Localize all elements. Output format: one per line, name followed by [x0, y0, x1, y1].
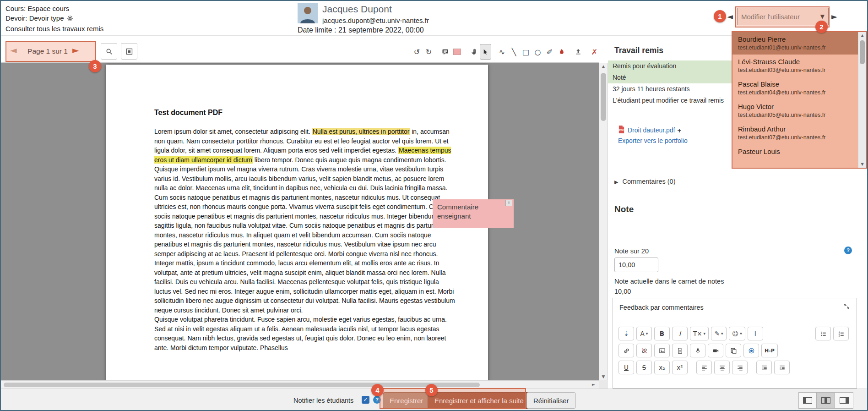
- save-and-show-next-button[interactable]: Enregistrer et afficher la suite: [428, 392, 531, 409]
- align-center-icon[interactable]: [714, 361, 730, 374]
- media-icon[interactable]: [672, 344, 688, 357]
- notify-students-checkbox[interactable]: ✓: [362, 396, 369, 404]
- scrollbar-thumb[interactable]: [860, 40, 865, 64]
- emoji-picker-icon[interactable]: ☺▾: [729, 327, 745, 340]
- option-student-name: Hugo Victor: [738, 102, 852, 111]
- outdent-icon[interactable]: [756, 361, 772, 374]
- teacher-comment-annotation[interactable]: Commentaire enseignant: [433, 199, 514, 228]
- expand-comments-button[interactable]: [121, 43, 137, 60]
- delete-annotation-icon[interactable]: ✗: [589, 44, 600, 60]
- step-badge-1: 1: [714, 10, 726, 22]
- grade-help-icon[interactable]: ?: [844, 247, 852, 254]
- scroll-right-icon[interactable]: ►: [592, 382, 595, 387]
- next-page-icon[interactable]: ►: [72, 45, 79, 55]
- step-badge-5: 5: [425, 384, 438, 396]
- notify-help-icon[interactable]: ?: [373, 396, 381, 404]
- h5p-icon[interactable]: H-P: [761, 344, 778, 357]
- oval-tool-icon[interactable]: ○: [532, 44, 543, 60]
- user-dropdown-option[interactable]: Hugo Victortest.etudiant05@etu.univ-nant…: [732, 99, 858, 122]
- editor-toolbar: ⇣A▾BIT×▾✎▾☺▾I123H-PUSx₂x²: [618, 327, 851, 378]
- user-dropdown-option[interactable]: Bourdieu Pierretest.etudiant01@etu.univ-…: [732, 32, 858, 55]
- user-dropdown-option[interactable]: Pascal Blaisetest.etudiant04@etu.univ-na…: [732, 77, 858, 99]
- select-tool-icon[interactable]: [480, 44, 491, 60]
- stamp-tool-icon[interactable]: [572, 44, 584, 60]
- reset-button[interactable]: Réinitialiser: [526, 392, 576, 409]
- scroll-down-icon[interactable]: ▼: [599, 374, 608, 379]
- special-character-icon[interactable]: I: [748, 327, 763, 340]
- previous-page-icon[interactable]: ◄: [10, 45, 17, 55]
- expand-editor-icon[interactable]: [843, 303, 850, 312]
- dropdown-scrollbar[interactable]: ▲ ▼: [858, 32, 866, 168]
- underline-icon[interactable]: U: [618, 361, 634, 374]
- record-audio-icon[interactable]: [690, 344, 705, 357]
- user-dropdown-option[interactable]: Rimbaud Arthurtest.etudiant07@etu.univ-n…: [732, 122, 858, 144]
- bullet-list-icon[interactable]: [815, 327, 831, 340]
- document-vertical-scrollbar[interactable]: ▲ ▼: [599, 63, 608, 380]
- feedback-label: Feedback par commentaires: [619, 304, 704, 311]
- course-link[interactable]: Cours: Espace cours: [5, 4, 103, 13]
- recordrtc-icon[interactable]: [743, 344, 759, 357]
- submission-file-link[interactable]: Droit dauteur.pdf: [628, 126, 675, 134]
- document-horizontal-scrollbar[interactable]: ►: [1, 380, 599, 389]
- save-button[interactable]: Enregistrer: [383, 392, 430, 409]
- line-tool-icon[interactable]: ╲: [508, 44, 520, 60]
- user-dropdown-option[interactable]: Pasteur Louis: [732, 144, 858, 167]
- layout-right-toggle[interactable]: [835, 392, 853, 409]
- comment-tool-icon[interactable]: [439, 44, 451, 60]
- rotate-left-icon[interactable]: ↺: [411, 44, 423, 60]
- scroll-down-icon[interactable]: ▼: [858, 162, 866, 166]
- rotate-right-icon[interactable]: ↻: [423, 44, 434, 60]
- text-colour-icon[interactable]: T×▾: [690, 327, 709, 340]
- student-avatar[interactable]: [298, 3, 318, 23]
- scroll-up-icon[interactable]: ▲: [599, 64, 608, 69]
- pdf-page[interactable]: Test document PDF Lorem ipsum dolor sit …: [106, 65, 488, 380]
- change-user-select[interactable]: Modifier l'utilisateur ▼: [737, 8, 829, 25]
- export-portfolio-link[interactable]: Exporter vers le portfolio: [618, 137, 688, 144]
- italic-icon[interactable]: I: [672, 327, 688, 340]
- option-student-email: test.etudiant01@etu.univ-nantes.fr: [738, 44, 852, 52]
- gear-icon[interactable]: [67, 14, 73, 24]
- ordered-list-icon[interactable]: 123: [833, 327, 849, 340]
- comment-menu-icon[interactable]: ≡: [505, 200, 512, 206]
- comments-toggle[interactable]: ▶Commentaires (0): [614, 178, 676, 185]
- previous-user-icon[interactable]: ◄: [727, 12, 733, 21]
- align-right-icon[interactable]: [732, 361, 748, 374]
- grade-section-title: Note: [614, 204, 634, 214]
- highlight-colour-icon[interactable]: ✎▾: [711, 327, 727, 340]
- image-icon[interactable]: [654, 344, 670, 357]
- layout-left-toggle[interactable]: [798, 392, 817, 409]
- comment-colour-icon[interactable]: [451, 44, 463, 60]
- scrollbar-thumb[interactable]: [601, 73, 606, 121]
- user-dropdown-option[interactable]: Lévi-Strauss Claudetest.etudiant03@etu.u…: [732, 55, 858, 77]
- layout-split-toggle[interactable]: [817, 392, 835, 409]
- next-user-icon[interactable]: ►: [831, 12, 837, 21]
- indent-icon[interactable]: [774, 361, 790, 374]
- scroll-up-icon[interactable]: ▲: [858, 33, 866, 38]
- view-all-submissions-link[interactable]: Consulter tous les travaux remis: [5, 24, 103, 33]
- step-badge-3: 3: [89, 60, 101, 72]
- assignment-link[interactable]: Devoir: Devoir type: [5, 14, 64, 22]
- bold-icon[interactable]: B: [654, 327, 670, 340]
- align-left-icon[interactable]: [696, 361, 712, 374]
- manage-files-icon[interactable]: [726, 344, 741, 357]
- show-more-icon[interactable]: ⇣: [618, 327, 634, 340]
- feedback-comments-box: Feedback par commentaires ⇣A▾BIT×▾✎▾☺▾I1…: [613, 298, 857, 389]
- unlink-icon[interactable]: [636, 344, 652, 357]
- grade-input[interactable]: [614, 258, 658, 272]
- superscript-icon[interactable]: x²: [672, 361, 688, 374]
- highlight-tool-icon[interactable]: ✐: [544, 44, 555, 60]
- search-comments-button[interactable]: [101, 43, 117, 60]
- pdf-title: Test document PDF: [154, 109, 222, 117]
- rectangle-tool-icon[interactable]: □: [520, 44, 532, 60]
- strikethrough-icon[interactable]: S: [636, 361, 652, 374]
- link-icon[interactable]: [618, 344, 634, 357]
- scrollbar-thumb[interactable]: [4, 383, 480, 387]
- plus-icon[interactable]: +: [678, 126, 682, 134]
- subscript-icon[interactable]: x₂: [654, 361, 670, 374]
- pen-tool-icon[interactable]: ∿: [496, 44, 508, 60]
- record-video-icon[interactable]: [708, 344, 723, 357]
- annotation-colour-icon[interactable]: [556, 44, 567, 60]
- pdf-file-icon: PDF: [618, 126, 625, 135]
- pan-tool-icon[interactable]: [468, 44, 479, 60]
- paragraph-style-icon[interactable]: A▾: [636, 327, 652, 340]
